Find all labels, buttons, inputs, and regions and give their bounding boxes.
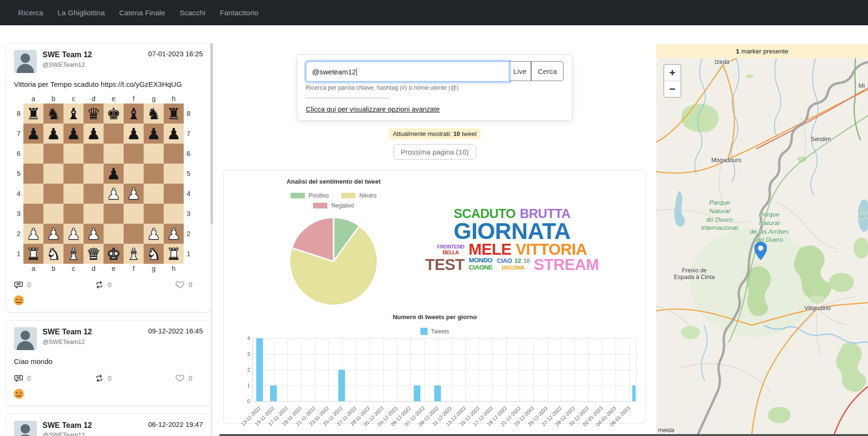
retweet-button[interactable]: 0 — [94, 280, 112, 290]
zoom-in-button[interactable]: + — [664, 65, 680, 81]
tweet-card: SWE Team 12 @SWETeam12 07-01-2023 16:25 … — [6, 43, 211, 312]
y-axis-tick: 4 — [236, 335, 250, 341]
chess-square — [104, 144, 124, 164]
like-button[interactable]: 0 — [175, 374, 192, 383]
board-coordinate: h — [164, 264, 184, 273]
bar-09-12-2022 — [434, 385, 441, 401]
comment-count: 0 — [27, 281, 31, 289]
chess-piece: ♟ — [126, 126, 141, 142]
board-coordinate: g — [144, 94, 164, 104]
chess-square — [43, 144, 63, 164]
heart-icon — [175, 374, 185, 383]
bar-13-11-2022 — [256, 338, 263, 401]
chess-square — [144, 144, 164, 164]
chess-square — [164, 204, 184, 224]
board-coordinate: 1 — [14, 244, 23, 264]
chess-square — [164, 164, 184, 184]
chess-square: ♜ — [164, 104, 184, 124]
chess-square: ♞ — [144, 244, 164, 264]
chess-piece: ♟ — [126, 186, 141, 202]
chess-piece: ♞ — [46, 106, 61, 122]
nav-item-ricerca[interactable]: Ricerca — [18, 9, 43, 17]
search-input[interactable]: @sweteam12 — [306, 62, 509, 82]
tweet-timestamp: 09-12-2022 16:45 — [148, 327, 203, 335]
nav-item-fantacitorio[interactable]: Fantacitorio — [220, 9, 258, 17]
comment-button[interactable]: 0 — [14, 280, 31, 290]
map-label: Mi — [858, 83, 865, 89]
chess-piece: ♝ — [66, 246, 81, 262]
chess-piece: ♟ — [86, 126, 101, 142]
neutral-face-emoji — [14, 295, 24, 305]
chess-square: ♛ — [84, 104, 104, 124]
tweet-list-scrollbar[interactable] — [210, 43, 213, 436]
retweet-button[interactable]: 0 — [94, 374, 112, 383]
chess-square — [63, 184, 84, 204]
wordcloud-word: CIAO — [497, 258, 512, 264]
chess-square — [84, 144, 104, 164]
comment-count: 0 — [27, 374, 31, 382]
chess-piece: ♚ — [106, 246, 121, 262]
map-label: Mogadouro — [711, 157, 741, 164]
nav-item-la-ghigliottina[interactable]: La Ghigliottina — [58, 9, 105, 17]
search-button[interactable]: Cerca — [531, 61, 564, 81]
board-coordinate: c — [63, 264, 84, 273]
board-coordinate — [14, 94, 23, 104]
map-label: Freixo de Espada à Cinta — [674, 267, 714, 280]
map-marker-pin[interactable] — [754, 242, 767, 260]
chess-square — [104, 124, 124, 144]
like-count: 0 — [188, 281, 192, 289]
board-coordinate — [184, 264, 193, 273]
tweet-author-name: SWE Team 12 — [42, 327, 148, 337]
advanced-options-link[interactable]: Clicca qui per visualizzare opzioni avan… — [306, 105, 439, 113]
chess-square: ♟ — [144, 224, 164, 244]
chess-piece: ♞ — [46, 246, 61, 262]
wordcloud-word: BELLA — [442, 250, 459, 255]
wordcloud-word: 12 — [514, 258, 521, 264]
wordcloud-word: CIAONE — [469, 265, 492, 271]
chess-square: ♝ — [63, 104, 84, 124]
like-button[interactable]: 0 — [175, 280, 192, 290]
map-label: Parque Natural de las Arribes del Duero — [750, 210, 789, 244]
pie-chart-title: Analisi del sentimento dei tweet — [243, 178, 424, 185]
chess-piece: ♟ — [66, 126, 81, 142]
board-coordinate: d — [84, 94, 104, 104]
tweet-timestamp: 06-12-2022 19:47 — [148, 421, 203, 428]
nav-item-scacchi[interactable]: Scacchi — [179, 9, 205, 17]
tweet-text: Ciao mondo — [14, 357, 203, 366]
chess-piece: ♟ — [26, 126, 41, 142]
board-coordinate: 1 — [184, 244, 193, 264]
chess-piece: ♛ — [86, 246, 101, 262]
legend-item-positivo: Positivo — [291, 192, 329, 199]
zoom-out-button[interactable]: − — [664, 81, 680, 97]
chess-square: ♟ — [84, 224, 104, 244]
board-coordinate: a — [23, 264, 43, 273]
tweets-legend-swatch — [420, 328, 428, 335]
chess-piece: ♟ — [46, 126, 61, 142]
chess-square — [104, 224, 124, 244]
chess-square — [144, 204, 164, 224]
chess-piece: ♝ — [66, 106, 81, 122]
comment-button[interactable]: 0 — [14, 374, 31, 383]
tweet-author-handle: @SWETeam12 — [42, 338, 148, 345]
chess-square: ♝ — [63, 244, 84, 264]
nav-item-catena-finale[interactable]: Catena Finale — [119, 9, 166, 17]
next-page-button[interactable]: Prossima pagina (10) — [393, 144, 477, 160]
horizontal-scrollbar[interactable] — [220, 434, 868, 436]
board-coordinate: 3 — [14, 204, 23, 224]
neutral-face-emoji — [14, 389, 24, 399]
chess-square — [84, 164, 104, 184]
board-coordinate: 3 — [184, 204, 193, 224]
legend-item-neutro: Neutro — [341, 192, 376, 199]
search-card: @sweteam12 Live Cerca Ricerca per parola… — [297, 54, 573, 121]
board-coordinate: a — [23, 94, 43, 104]
live-button[interactable]: Live — [509, 61, 531, 81]
y-axis-tick: 2 — [236, 367, 250, 373]
board-coordinate: b — [43, 264, 63, 273]
bar-chart-legend: Tweets — [224, 328, 646, 335]
map-canvas[interactable]: + − IzedaMiMogadouroSendimFreixo de Espa… — [656, 58, 868, 436]
chess-square — [84, 204, 104, 224]
chess-piece: ♟ — [167, 226, 181, 242]
chess-square: ♟ — [63, 124, 84, 144]
chess-square: ♞ — [144, 104, 164, 124]
chess-square: ♜ — [23, 104, 43, 124]
